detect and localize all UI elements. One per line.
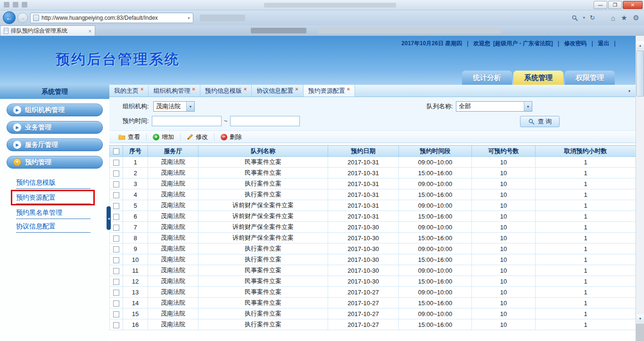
time-from-input[interactable] [152, 116, 222, 126]
cell-count: 10 [472, 211, 536, 222]
row-checkbox[interactable] [113, 235, 119, 242]
forward-button[interactable]: → [17, 13, 28, 23]
sidebar-item-appointment-management[interactable]: ▼ 预约管理 [7, 156, 103, 169]
logout-link[interactable]: 退出 [598, 40, 609, 48]
settings-gear-icon[interactable]: ⚙ [633, 14, 639, 22]
cell-count: 10 [472, 254, 536, 265]
back-button[interactable]: ← [3, 11, 16, 24]
cell-seq: 4 [123, 189, 148, 200]
column-header-timespan: 预约时间段 [399, 146, 472, 157]
row-checkbox[interactable] [113, 203, 119, 209]
time-to-input[interactable] [230, 116, 300, 126]
save-icon[interactable] [4, 2, 9, 8]
cell-hall: 茂南法院 [148, 200, 198, 211]
tab-close-icon[interactable]: × [140, 86, 143, 92]
sidebar-item-org-management[interactable]: ▶ 组织机构管理 [7, 104, 103, 116]
sidebar-item-label: 服务厅管理 [25, 141, 58, 149]
edit-button[interactable]: 修改 [181, 131, 214, 143]
org-select[interactable]: 茂南法院 ▼ [153, 101, 195, 112]
sidebar: 系统管理 ▶ 组织机构管理 ▶ 业务管理 ▶ 服务厅管理 ▼ 预约管理 预约信息… [0, 85, 109, 341]
row-checkbox[interactable] [113, 181, 119, 187]
view-button[interactable]: 查看 [112, 131, 146, 143]
row-checkbox[interactable] [113, 322, 119, 328]
row-checkbox[interactable] [113, 268, 119, 274]
cell-queue: 诉前财产保全案件立案 [198, 211, 328, 222]
cell-hall: 茂南法院 [148, 287, 198, 298]
cell-date: 2017-10-31 [328, 157, 399, 168]
minimize-button[interactable]: — [594, 1, 607, 9]
maximize-button[interactable]: ❐ [608, 1, 622, 9]
cell-queue: 诉前财产保全案件立案 [198, 200, 328, 211]
row-checkbox[interactable] [113, 225, 119, 231]
tab-close-icon[interactable]: × [244, 86, 247, 92]
content-tab[interactable]: 组织机构管理 × [149, 85, 200, 97]
search-button[interactable]: 查 询 [520, 116, 560, 127]
row-checkbox[interactable] [113, 192, 119, 198]
content-tab-label: 预约资源配置 [308, 87, 345, 95]
select-all-checkbox[interactable] [113, 148, 119, 154]
search-dropdown-icon[interactable]: ▼ [582, 16, 586, 19]
content-tab[interactable]: 预约信息模版 × [200, 85, 252, 97]
row-checkbox[interactable] [113, 290, 119, 296]
cell-count: 10 [472, 276, 536, 287]
sidebar-item-agreement-config[interactable]: 协议信息配置 [16, 220, 91, 233]
close-button[interactable]: ✕ [623, 1, 643, 9]
home-icon[interactable]: ⌂ [611, 14, 615, 22]
row-checkbox[interactable] [113, 170, 119, 177]
favorites-star-icon[interactable]: ★ [621, 14, 627, 22]
scroll-down-icon[interactable]: ▼ [636, 315, 644, 323]
vertical-scrollbar[interactable]: ▲ ▼ [636, 36, 644, 341]
content-tab[interactable]: 预约资源配置 × [304, 85, 355, 97]
refresh-icon[interactable]: ↻ [590, 14, 595, 21]
tab-close-icon[interactable]: × [192, 86, 195, 92]
sidebar-collapse-handle[interactable]: ◀ [107, 206, 111, 230]
search-icon[interactable] [571, 15, 578, 21]
tab-overflow-dropdown-icon[interactable]: ▼ [626, 88, 633, 95]
content-tab-label: 我的主页 [114, 87, 139, 95]
row-checkbox[interactable] [113, 279, 119, 285]
cell-count: 10 [472, 319, 536, 330]
cell-seq: 5 [123, 200, 148, 211]
sidebar-item-appointment-resource-config[interactable]: 预约资源配置 [16, 191, 91, 204]
browser-tab[interactable]: 排队预约综合管理系统 × [0, 25, 95, 36]
cell-count: 10 [472, 287, 536, 298]
browser-tab-close-icon[interactable]: × [89, 28, 91, 34]
row-checkbox[interactable] [113, 257, 119, 263]
sidebar-item-hall-management[interactable]: ▶ 服务厅管理 [7, 138, 103, 151]
sidebar-item-appointment-template[interactable]: 预约信息模版 [16, 176, 91, 189]
plus-circle-icon: + [153, 134, 159, 140]
delete-button[interactable]: − 删除 [215, 131, 248, 143]
nav-tab-statistics[interactable]: 统计分析 [462, 71, 512, 85]
table-row: 6 茂南法院 诉前财产保全案件立案 2017-10-31 15:00~16:00… [110, 211, 636, 222]
cell-timespan: 15:00~16:00 [399, 211, 472, 222]
sidebar-item-business-management[interactable]: ▶ 业务管理 [7, 121, 103, 134]
tab-close-icon[interactable]: × [347, 86, 350, 92]
cell-cancel-hours: 1 [536, 298, 636, 309]
content-tab[interactable]: 我的主页 × [109, 85, 149, 97]
address-dropdown-icon[interactable]: ▼ [187, 16, 190, 20]
queue-select[interactable]: 全部 ▼ [456, 101, 532, 112]
cell-date: 2017-10-30 [328, 265, 399, 276]
row-checkbox[interactable] [113, 246, 119, 252]
redo-icon[interactable] [22, 2, 27, 8]
org-label: 组织机构: [123, 101, 149, 112]
undo-icon[interactable] [13, 2, 18, 8]
nav-tab-permissions[interactable]: 权限管理 [565, 71, 615, 85]
compatibility-view-icon[interactable] [33, 15, 39, 21]
row-checkbox[interactable] [113, 160, 119, 166]
address-input[interactable]: http://www.huangpeiying.com:83/Default/I… [30, 13, 193, 23]
sidebar-item-blacklist-management[interactable]: 预约黑名单管理 [16, 206, 91, 219]
row-checkbox[interactable] [113, 311, 119, 317]
row-checkbox[interactable] [113, 214, 119, 220]
row-checkbox[interactable] [113, 300, 119, 307]
tab-close-icon[interactable]: × [295, 86, 298, 92]
minus-circle-icon: − [221, 134, 227, 140]
add-button[interactable]: + 增加 [147, 131, 180, 143]
change-password-link[interactable]: 修改密码 [564, 40, 586, 48]
scrollbar-thumb[interactable] [636, 50, 644, 97]
content-tab[interactable]: 协议信息配置 × [252, 85, 303, 97]
nav-tab-system[interactable]: 系统管理 [513, 71, 563, 85]
browser-titlebar: — ❐ ✕ [0, 0, 644, 10]
scroll-up-icon[interactable]: ▲ [636, 41, 644, 49]
cell-hall: 茂南法院 [148, 157, 198, 168]
